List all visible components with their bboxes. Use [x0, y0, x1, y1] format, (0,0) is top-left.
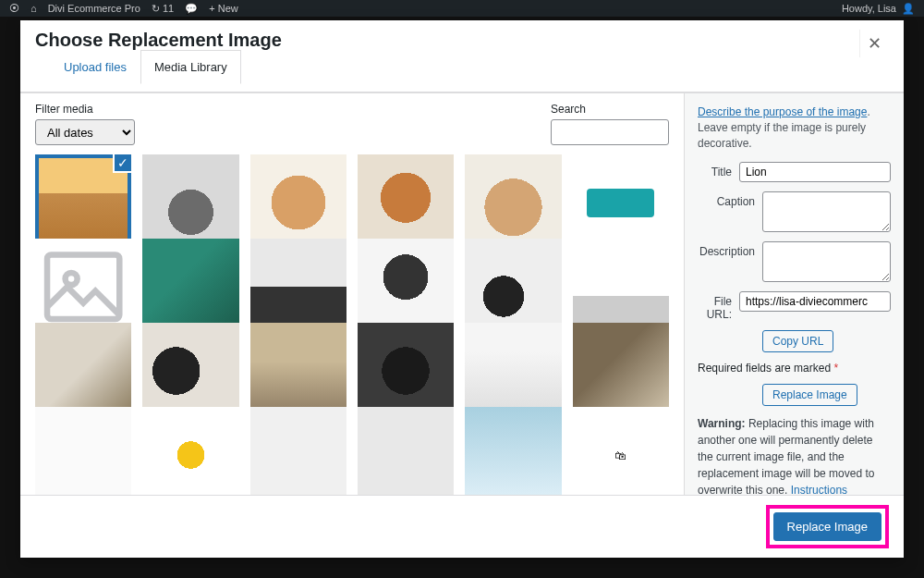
caption-label: Caption [698, 191, 762, 208]
replace-image-button[interactable]: Replace Image [773, 512, 881, 541]
media-thumb-golden-retriever[interactable] [250, 154, 346, 251]
replace-warning: Warning: Replacing this image with anoth… [698, 415, 891, 495]
media-grid: ✓ [20, 154, 684, 495]
required-note: Required fields are marked * [698, 362, 891, 375]
media-thumb-product-1[interactable] [35, 407, 131, 495]
svg-rect-0 [47, 254, 119, 319]
media-thumb-parachute[interactable] [142, 407, 238, 495]
caption-field: Caption [698, 191, 891, 232]
close-button[interactable]: ✕ [859, 30, 889, 57]
media-thumb-camera-shirt[interactable] [250, 239, 346, 335]
media-thumb-product-2[interactable] [250, 407, 346, 495]
modal-title: Choose Replacement Image [35, 30, 282, 51]
replace-image-inline-button[interactable]: Replace Image [762, 384, 857, 406]
media-thumb-smartphone[interactable] [142, 239, 238, 335]
wp-admin-bar: ⦿ ⌂ Divi Ecommerce Pro ↻ 11 💬 + New Howd… [0, 0, 924, 17]
site-title[interactable]: Divi Ecommerce Pro [48, 3, 140, 15]
media-thumb-typing[interactable] [250, 323, 346, 419]
copy-url-wrap: Copy URL [762, 330, 891, 352]
tab-upload-files[interactable]: Upload files [50, 50, 140, 84]
avatar-icon[interactable]: 👤 [902, 3, 915, 15]
search-group: Search [551, 103, 669, 145]
image-placeholder-icon [35, 239, 131, 335]
modal-footer: Replace Image [20, 495, 904, 558]
footer-highlight: Replace Image [766, 505, 889, 548]
media-area: Filter media All dates Search ✓ [20, 93, 684, 495]
title-input[interactable] [739, 162, 891, 182]
new-content[interactable]: + New [209, 3, 238, 15]
media-thumb-lion[interactable]: ✓ [35, 154, 131, 251]
media-thumb-iphone[interactable] [465, 323, 561, 419]
media-thumb-camera-rig[interactable] [358, 239, 454, 335]
title-label: Title [698, 162, 739, 178]
media-modal: Choose Replacement Image Upload files Me… [20, 20, 904, 558]
bag-icon: 🛍 [573, 407, 669, 495]
media-thumb-corgi[interactable] [465, 154, 561, 251]
tabs: Upload files Media Library [35, 50, 282, 84]
filter-media-label: Filter media [35, 103, 135, 116]
media-thumb-elephant[interactable] [142, 154, 238, 251]
house-icon[interactable]: ⌂ [30, 3, 37, 15]
comments-icon[interactable]: 💬 [185, 3, 198, 15]
media-thumb-camera-lens[interactable] [358, 323, 454, 419]
description-label: Description [698, 241, 762, 258]
check-icon: ✓ [113, 154, 131, 173]
asterisk-icon: * [833, 362, 838, 375]
search-label: Search [551, 103, 669, 116]
media-thumb-camera-leaves[interactable] [465, 239, 561, 335]
attachment-details-sidebar: Describe the purpose of the image. Leave… [684, 93, 904, 495]
modal-body: Filter media All dates Search ✓ [20, 92, 904, 495]
replace-inline-wrap: Replace Image [762, 384, 891, 406]
media-thumb-beagle[interactable] [358, 154, 454, 251]
media-thumb-sky[interactable] [465, 407, 561, 495]
media-thumb-laptop-shelf[interactable] [573, 323, 669, 419]
filter-date-select[interactable]: All dates [35, 119, 135, 145]
media-thumb-laptop-desk[interactable] [35, 323, 131, 419]
description-field: Description [698, 241, 891, 282]
updates-icon[interactable]: ↻ 11 [152, 3, 174, 15]
title-field: Title [698, 162, 891, 182]
media-thumb-bag[interactable]: 🛍 [573, 407, 669, 495]
describe-purpose-link[interactable]: Describe the purpose of the image [698, 105, 867, 118]
file-url-label: File URL: [698, 291, 739, 321]
media-toolbar: Filter media All dates Search [20, 93, 684, 154]
media-thumb-headphones[interactable] [142, 323, 238, 419]
howdy-user[interactable]: Howdy, Lisa [842, 3, 896, 14]
media-thumb-product-3[interactable] [358, 407, 454, 495]
modal-header: Choose Replacement Image Upload files Me… [20, 20, 904, 92]
copy-url-button[interactable]: Copy URL [762, 330, 833, 352]
media-thumb-teal-sofa[interactable] [573, 154, 669, 251]
instructions-link[interactable]: Instructions [791, 484, 847, 495]
file-url-input[interactable] [739, 291, 891, 312]
filter-media-group: Filter media All dates [35, 103, 135, 145]
search-input[interactable] [551, 119, 669, 145]
wp-logo-icon[interactable]: ⦿ [9, 3, 19, 15]
media-thumb-microphone[interactable] [573, 239, 669, 335]
tab-media-library[interactable]: Media Library [140, 50, 241, 84]
caption-textarea[interactable] [762, 191, 891, 232]
description-textarea[interactable] [762, 241, 891, 282]
file-url-field: File URL: [698, 291, 891, 321]
media-thumb-placeholder[interactable] [35, 239, 131, 335]
alt-text-help: Describe the purpose of the image. Leave… [698, 105, 891, 151]
